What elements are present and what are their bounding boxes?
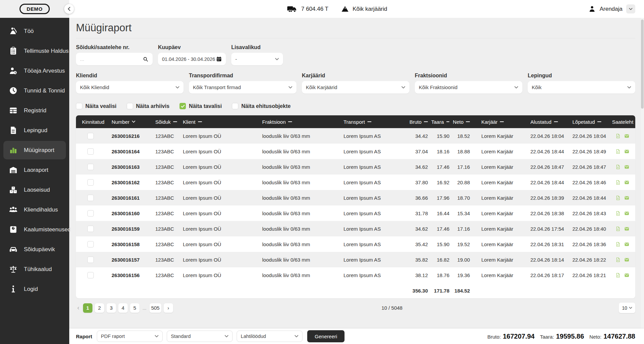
vehicle-search-box[interactable] (76, 53, 153, 65)
pdf-icon[interactable] (615, 225, 621, 232)
toggle-naita-vealisi[interactable]: Näita vealisi (76, 103, 117, 109)
report-rounding-select[interactable]: Lahtilöödud (237, 331, 303, 342)
page-size-select[interactable]: 10 (619, 303, 635, 313)
report-template-select[interactable]: Standard (167, 331, 233, 342)
report-type-select[interactable]: PDF raport (97, 331, 163, 342)
generate-button[interactable]: Genereeri (307, 330, 345, 342)
column-header-taara[interactable]: Taara (431, 119, 453, 125)
column-header-karjaar[interactable]: Karjäär (473, 119, 527, 125)
row-checkbox[interactable] (87, 210, 94, 217)
quarries-select[interactable]: Kõik Karjäärid (302, 81, 409, 93)
user-menu-chevron[interactable] (626, 4, 635, 13)
sidebar-item-kliendihaldus[interactable]: Kliendihaldus (3, 200, 66, 219)
pdf-icon[interactable] (615, 179, 621, 186)
mail-icon[interactable] (624, 194, 630, 201)
sidebar-item-soidupaevik[interactable]: Sõidupäevik (3, 240, 66, 259)
user-menu[interactable]: Arendaja (588, 4, 635, 13)
row-checkbox[interactable] (87, 257, 94, 263)
sidebar-item-tellimuste-haldus[interactable]: Tellimuste Haldus (3, 42, 66, 60)
sidebar-item-tooaja-arvestus[interactable]: Tööaja Arvestus (3, 62, 66, 80)
pdf-icon[interactable] (615, 272, 621, 279)
toggle-row: Näita vealisiNäita arhiivisNäita tavalis… (76, 103, 635, 109)
sidebar-item-tunnid-and-tonnid[interactable]: Tunnid & Tonnid (3, 81, 66, 100)
sidebar-item-logid[interactable]: Logid (3, 280, 66, 298)
pdf-icon[interactable] (615, 241, 621, 248)
clients-select[interactable]: Kõik Kliendid (76, 81, 184, 93)
column-header-soiduk[interactable]: Sõiduk (152, 119, 179, 125)
mail-icon[interactable] (624, 163, 630, 170)
row-checkbox[interactable] (87, 272, 94, 278)
toggle-naita-arhiivis[interactable]: Näita arhiivis (127, 103, 170, 109)
sidebar-menu: TööTellimuste HaldusTööaja ArvestusTunni… (0, 18, 69, 300)
checkbox-checked[interactable] (179, 103, 186, 109)
toggle-naita-ehitusobjekte[interactable]: Näita ehitusobjekte (232, 103, 291, 109)
sidebar-item-tuhikaalud[interactable]: Tühikaalud (3, 260, 66, 278)
row-checkbox[interactable] (87, 148, 94, 155)
column-header-kinnitatud[interactable]: Kinnitatud (76, 119, 108, 125)
sidebar-collapse-button[interactable] (64, 4, 74, 14)
pagination-page-3[interactable]: 3 (107, 303, 116, 313)
checkbox-unchecked[interactable] (232, 103, 238, 109)
mail-icon[interactable] (624, 241, 630, 248)
mail-icon[interactable] (624, 272, 630, 279)
row-transport: Lorem Ipsum AS (340, 272, 407, 278)
date-range-input[interactable]: 01.04.2026 - 30.04.2026 (158, 53, 226, 65)
sidebar-item-laoraport[interactable]: Laoraport (3, 161, 66, 179)
mail-icon[interactable] (624, 225, 630, 232)
pagination-prev[interactable]: ‹ (76, 304, 81, 311)
row-checkbox[interactable] (87, 241, 94, 247)
column-header-saateleht[interactable]: Saateleht (612, 119, 639, 125)
row-checkbox[interactable] (87, 164, 94, 170)
row-transport: Lorem Ipsum AS (340, 211, 407, 216)
transport-companies-select[interactable]: Kõik Transport firmad (189, 81, 296, 93)
pdf-icon[interactable] (615, 210, 621, 217)
row-checkbox[interactable] (87, 179, 94, 186)
fractions-select[interactable]: Kõik Fraktsioonid (415, 81, 522, 93)
column-header-alustatud[interactable]: Alustatud (527, 119, 569, 125)
pagination-page-4[interactable]: 4 (118, 303, 128, 313)
pdf-icon[interactable] (615, 148, 621, 155)
demo-logo[interactable]: DEMO (19, 4, 49, 14)
pdf-icon[interactable] (615, 194, 621, 201)
row-neto: 17.16 (453, 164, 473, 170)
mail-icon[interactable] (624, 179, 630, 186)
pdf-icon[interactable] (615, 132, 621, 140)
search-icon[interactable] (143, 56, 149, 62)
scrollbar[interactable] (641, 18, 644, 344)
sidebar-item-too[interactable]: Töö (3, 22, 66, 40)
checkbox-unchecked[interactable] (127, 103, 133, 109)
row-checkbox[interactable] (87, 133, 94, 139)
pagination-page-2[interactable]: 2 (95, 303, 104, 313)
pdf-icon[interactable] (615, 163, 621, 170)
mail-icon[interactable] (624, 132, 630, 140)
mail-icon[interactable] (624, 210, 630, 217)
mail-icon[interactable] (624, 148, 630, 155)
pagination-next[interactable]: › (164, 303, 173, 313)
extras-select[interactable]: - (231, 53, 283, 65)
pagination-page-1[interactable]: 1 (83, 303, 92, 313)
scrollbar-thumb[interactable] (641, 20, 644, 109)
column-header-transport[interactable]: Transport (340, 119, 407, 125)
row-checkbox[interactable] (87, 195, 94, 201)
column-header-number[interactable]: Number (108, 119, 152, 125)
sidebar-item-registrid[interactable]: Registrid (3, 101, 66, 120)
pagination-page-505[interactable]: 505 (150, 303, 161, 313)
toggle-naita-tavalisi[interactable]: Näita tavalisi (179, 103, 222, 109)
sidebar-item-muugiraport[interactable]: Müügiraport (3, 141, 66, 159)
calendar-icon[interactable] (216, 56, 222, 62)
column-header-bruto[interactable]: Bruto (407, 119, 431, 125)
row-checkbox[interactable] (87, 226, 94, 232)
vehicle-search-input[interactable] (80, 56, 138, 62)
sidebar-item-lepingud[interactable]: Lepingud (3, 121, 66, 140)
column-header-klient[interactable]: Klient (179, 119, 259, 125)
sidebar-item-kaalumisteenused[interactable]: Kaalumisteenused (3, 220, 66, 239)
contracts-select[interactable]: Kõik (528, 81, 635, 93)
column-header-fraktsioon[interactable]: Fraktsioon (259, 119, 340, 125)
column-header-neto[interactable]: Neto (453, 119, 473, 125)
mail-icon[interactable] (624, 256, 630, 263)
pagination-page-5[interactable]: 5 (130, 303, 139, 313)
checkbox-unchecked[interactable] (76, 103, 82, 109)
column-header-lopetatud[interactable]: Lõpetatud (569, 119, 612, 125)
pdf-icon[interactable] (615, 256, 621, 263)
sidebar-item-laoseisud[interactable]: Laoseisud (3, 181, 66, 199)
